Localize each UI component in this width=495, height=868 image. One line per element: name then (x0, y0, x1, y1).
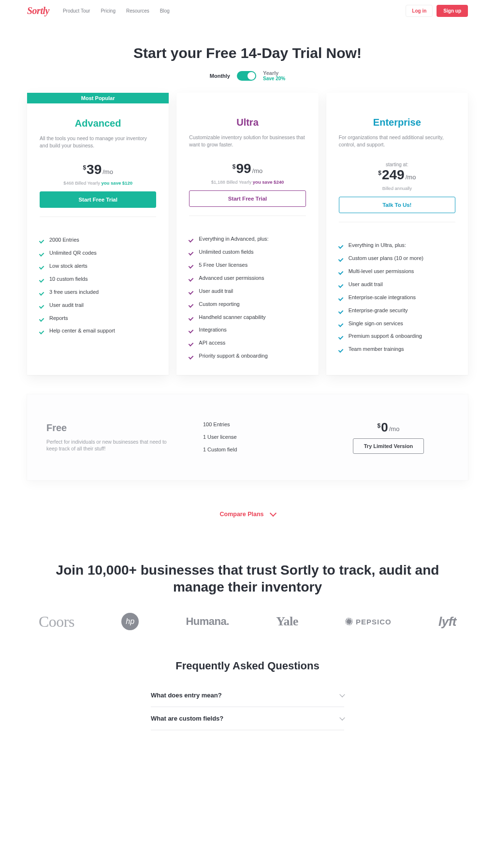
feature-list: Everything in Ultra, plus: Custom user p… (326, 239, 468, 368)
check-icon (40, 289, 45, 295)
compare-plans-link[interactable]: Compare Plans (219, 511, 275, 518)
start-trial-ultra-button[interactable]: Start Free Trial (189, 190, 306, 207)
plan-title: Advanced (40, 118, 156, 129)
billed-note: $468 Billed Yearly you save $120 (40, 180, 156, 186)
yearly-label[interactable]: Yearly (263, 70, 285, 76)
site-header: Sortly Product Tour Pricing Resources Bl… (0, 0, 495, 21)
check-icon (339, 333, 345, 339)
compare-plans-row: Compare Plans (0, 509, 495, 518)
check-icon (339, 282, 345, 288)
billed-note: $1,188 Billed Yearly you save $240 (189, 179, 306, 185)
plan-price: $ 249 /mo (378, 168, 416, 182)
check-icon (339, 269, 345, 275)
monthly-label[interactable]: Monthly (210, 73, 230, 79)
check-icon (193, 435, 199, 441)
check-icon (40, 250, 45, 256)
free-title: Free (46, 422, 179, 434)
check-icon (339, 321, 345, 327)
yearly-save-label: Save 20% (263, 76, 285, 81)
faq-list: What does entry mean? What are custom fi… (151, 684, 344, 730)
billing-toggle[interactable] (237, 71, 256, 81)
nav-pricing[interactable]: Pricing (101, 8, 116, 14)
pricing-plans: Most Popular Advanced All the tools you … (27, 93, 468, 375)
check-icon (189, 275, 195, 281)
check-icon (339, 295, 345, 301)
divider (339, 222, 455, 222)
faq-item[interactable]: What does entry mean? (151, 684, 344, 707)
feature-list: Everything in Advanced, plus: Unlimited … (176, 232, 318, 375)
check-icon (339, 256, 345, 261)
talk-to-us-button[interactable]: Talk To Us! (339, 197, 455, 213)
logo-hp: hp (121, 613, 139, 630)
check-icon (40, 316, 45, 321)
check-icon (189, 249, 195, 255)
faq-question: What are custom fields? (151, 715, 223, 722)
main-nav: Product Tour Pricing Resources Blog (63, 8, 170, 14)
popular-badge: Most Popular (27, 93, 169, 103)
faq-item[interactable]: What are custom fields? (151, 707, 344, 730)
faq-heading: Frequently Asked Questions (0, 660, 495, 672)
check-icon (189, 353, 195, 359)
login-button[interactable]: Log in (406, 5, 433, 17)
feature-list: 2000 Entries Unlimited QR codes Low stoc… (27, 233, 169, 350)
nav-resources[interactable]: Resources (126, 8, 149, 14)
plan-desc: For organizations that need additional s… (339, 134, 455, 148)
check-icon (40, 303, 45, 308)
check-icon (40, 237, 45, 243)
check-icon (339, 308, 345, 314)
divider (40, 217, 156, 217)
check-icon (40, 328, 45, 334)
check-icon (189, 262, 195, 268)
plan-advanced: Most Popular Advanced All the tools you … (27, 93, 169, 375)
check-icon (40, 263, 45, 269)
faq-question: What does entry mean? (151, 692, 222, 699)
free-feature-list: 100 Entries 1 User license 1 Custom fiel… (193, 419, 314, 456)
check-icon (189, 327, 195, 333)
nav-blog[interactable]: Blog (160, 8, 170, 14)
logo-pepsico: PEPSICO (345, 618, 392, 626)
try-limited-button[interactable]: Try Limited Version (353, 438, 424, 454)
check-icon (189, 302, 195, 307)
check-icon (339, 243, 345, 248)
customer-logos: Coors hp Humana. Yale PEPSICO lyft (0, 595, 495, 660)
free-price: $ 0 /mo (378, 421, 400, 434)
page-title: Start your Free 14-Day Trial Now! (0, 45, 495, 61)
plan-price: $ 99 /mo (233, 162, 263, 175)
chevron-down-icon (269, 510, 276, 517)
plan-title: Enterprise (339, 117, 455, 128)
divider (189, 216, 306, 216)
logo-humana: Humana. (186, 615, 229, 628)
plan-title: Ultra (189, 117, 306, 128)
check-icon (193, 422, 199, 428)
check-icon (193, 448, 199, 453)
check-icon (40, 276, 45, 282)
plan-desc: Customizable inventory solution for busi… (189, 134, 306, 148)
plan-enterprise: Enterprise For organizations that need a… (326, 93, 468, 375)
chevron-down-icon (339, 692, 345, 697)
plan-price: $ 39 /mo (83, 163, 113, 176)
plan-free: Free Perfect for individuals or new busi… (27, 394, 468, 480)
billed-note: Billed annually (339, 186, 455, 191)
billing-toggle-row: Monthly Yearly Save 20% (0, 70, 495, 81)
signup-button[interactable]: Sign up (437, 5, 468, 17)
starting-at-label: starting at: (339, 162, 455, 167)
check-icon (189, 315, 195, 320)
nav-product-tour[interactable]: Product Tour (63, 8, 90, 14)
chevron-down-icon (339, 715, 345, 720)
plan-desc: All the tools you need to manage your in… (40, 135, 156, 149)
logo-lyft: lyft (438, 614, 456, 629)
globe-icon (345, 618, 353, 625)
start-trial-advanced-button[interactable]: Start Free Trial (40, 191, 156, 208)
plan-ultra: Ultra Customizable inventory solution fo… (176, 93, 318, 375)
check-icon (339, 347, 345, 352)
logo-yale: Yale (276, 614, 298, 629)
brand-logo[interactable]: Sortly (27, 5, 49, 16)
check-icon (189, 340, 195, 346)
free-desc: Perfect for individuals or new businesse… (46, 438, 167, 452)
social-proof-heading: Join 10,000+ businesses that trust Sortl… (0, 562, 495, 595)
check-icon (189, 236, 195, 242)
logo-coors: Coors (39, 613, 74, 631)
check-icon (189, 289, 195, 294)
